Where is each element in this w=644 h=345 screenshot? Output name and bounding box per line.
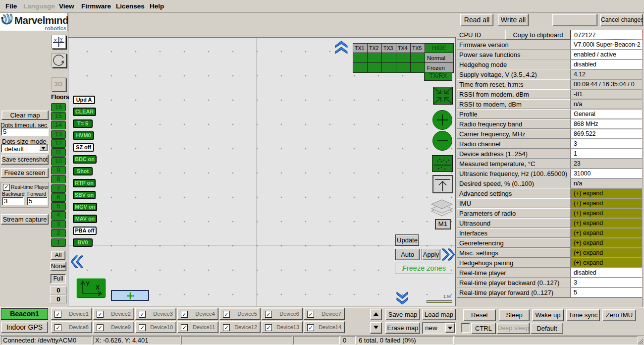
svg-text:X: X <box>54 38 57 43</box>
svg-text:Y: Y <box>86 281 90 288</box>
svg-text:Y: Y <box>60 37 63 42</box>
svg-text:X: X <box>96 284 100 291</box>
